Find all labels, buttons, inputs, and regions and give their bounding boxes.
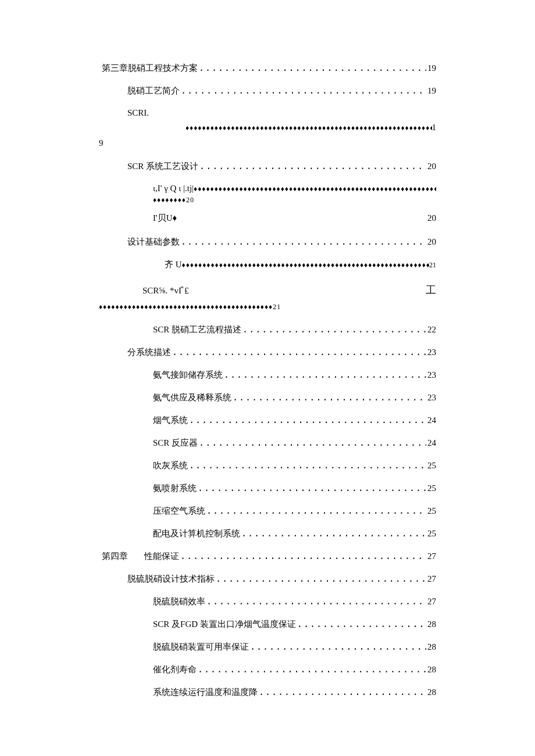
toc-entry-tech-index: 脱硫脱硝设计技术指标 .............................… (102, 574, 436, 585)
toc-leader: ........................................… (181, 85, 426, 96)
toc-page-fragment: 9 (99, 138, 436, 148)
toc-glyph: 工 (426, 283, 436, 297)
toc-page: 23 (427, 393, 436, 403)
toc-entry-nh3-supply: 氨气供应及稀释系统 ..............................… (102, 392, 436, 403)
diamond-leader: ♦♦♦♦♦♦♦♦♦♦♦♦♦♦♦♦♦♦♦♦♦♦♦♦♦♦♦♦♦♦♦♦♦♦♦♦♦♦♦♦… (186, 124, 432, 132)
toc-leader: ........................................… (180, 551, 426, 561)
toc-page: 20 (427, 213, 436, 223)
toc-entry-continuous-temp: 系统连续运行温度和温度降 ...........................… (102, 687, 436, 698)
toc-label: SCRI. (127, 108, 436, 118)
toc-leader: ........................................… (241, 528, 426, 539)
toc-label: SCR 系统工艺设计 (127, 161, 198, 172)
toc-page: 24 (427, 438, 436, 448)
toc-entry-catalyst-life: 催化剂寿命 ..................................… (102, 664, 436, 675)
toc-page: 21 (429, 261, 436, 270)
toc-leader: ........................................… (224, 370, 426, 380)
toc-entry-chapter4: 第四章性能保证 ................................… (102, 551, 436, 562)
toc-label: 氨气接卸储存系统 (153, 370, 223, 381)
toc-label: 脱硫脱硝效率 (153, 596, 205, 607)
toc-page: 25 (427, 506, 436, 516)
toc-page: 20 (427, 237, 436, 247)
toc-label: 分系统描述 (127, 347, 171, 358)
toc-leader: ........................................… (199, 161, 426, 171)
toc-page: 20 (427, 162, 436, 171)
toc-entry-nh3-storage: 氨气接卸储存系统 ...............................… (102, 370, 436, 381)
chapter-name: 性能保证 (144, 551, 179, 561)
toc-page: 25 (427, 461, 436, 471)
toc-entry-temp-guarantee: SCR 及FGD 装置出口净烟气温度保证 ...................… (102, 619, 436, 630)
toc-page: 28 (427, 642, 436, 652)
toc-label: 脱硫脱硝设计技术指标 (127, 574, 215, 585)
toc-page: 第三章脱硝工程技术方案 ............................… (102, 63, 436, 710)
toc-label: 配电及计算机控制系统 (153, 528, 240, 539)
toc-label: 第三章脱硝工程技术方案 (102, 63, 198, 74)
toc-label: 氨喷射系统 (153, 483, 197, 494)
toc-entry-efficiency: 脱硫脱硝效率 .................................… (102, 596, 436, 607)
toc-label: 吹灰系统 (153, 460, 188, 471)
toc-entry-intro: 脱硝工艺简介 .................................… (102, 85, 436, 96)
toc-leader: ........................................… (233, 392, 426, 403)
toc-page: 25 (427, 529, 436, 539)
toc-leader: ........................................… (189, 460, 426, 471)
toc-page: 28 (427, 665, 436, 675)
toc-label: SCR 反应器 (153, 438, 198, 449)
toc-page: 27 (427, 574, 436, 584)
toc-entry-chapter3: 第三章脱硝工程技术方案 ............................… (102, 63, 436, 74)
toc-page: 28 (427, 619, 436, 629)
toc-entry-garbled-3: 齐 U ♦♦♦♦♦♦♦♦♦♦♦♦♦♦♦♦♦♦♦♦♦♦♦♦♦♦♦♦♦♦♦♦♦♦♦♦… (165, 259, 436, 270)
toc-page: 28 (427, 687, 436, 697)
toc-page: 24 (427, 415, 436, 425)
diamond-leader: ♦♦♦♦♦♦♦♦♦♦♦♦♦♦♦♦♦♦♦♦♦♦♦♦♦♦♦♦♦♦♦♦♦♦♦♦♦♦♦♦… (182, 261, 429, 270)
toc-leader: ........................................… (198, 664, 426, 675)
toc-leader: ........................................… (172, 347, 426, 357)
toc-leader: ........................................… (259, 687, 426, 697)
toc-label: SCR 及FGD 装置出口净烟气温度保证 (153, 619, 296, 630)
toc-page: 27 (427, 551, 436, 561)
toc-leader: ........................................… (189, 415, 426, 425)
toc-entry-soot-blower: 吹灰系统 ...................................… (102, 460, 436, 471)
toc-page: 22 (427, 325, 436, 335)
toc-leader: ........................................… (250, 642, 426, 652)
toc-label: 脱硝工艺简介 (127, 85, 180, 96)
toc-entry-garbled-1: ι,I' γ Q ι |.tj| ♦♦♦♦♦♦♦♦♦♦♦♦♦♦♦♦♦♦♦♦♦♦♦… (153, 184, 436, 205)
toc-page: 25 (427, 483, 436, 493)
toc-leader: ........................................… (242, 324, 426, 335)
toc-page: 19 (427, 86, 436, 96)
toc-label: SCR⅝. *vI ̂₤ (142, 285, 189, 296)
toc-leader: ........................................… (206, 506, 426, 516)
toc-entry-compressed-air: 压缩空气系统 .................................… (102, 506, 436, 517)
toc-label: I'贝U♦ (153, 213, 177, 224)
toc-leader: ........................................… (199, 438, 426, 448)
toc-leader: ........................................… (216, 574, 426, 584)
toc-label: 脱硫脱硝装置可用率保证 (153, 642, 249, 653)
toc-entry-scr-reactor: SCR 反应器 ................................… (102, 438, 436, 449)
toc-page: 19 (427, 63, 436, 73)
toc-page: 27 (427, 597, 436, 607)
toc-label: SCR 脱硝工艺流程描述 (153, 324, 241, 335)
toc-entry-base-params: 设计基础参数 .................................… (102, 237, 436, 248)
diamond-leader-with-page: ♦♦♦♦♦♦♦♦♦♦♦♦♦♦♦♦♦♦♦♦♦♦♦♦♦♦♦♦♦♦♦♦♦♦♦♦♦♦♦♦… (99, 303, 436, 311)
chapter-number: 第四章 (102, 551, 128, 562)
toc-leader: ........................................… (297, 619, 426, 629)
toc-leader: ........................................… (199, 63, 426, 73)
toc-page-fragment: ♦♦♦♦♦♦♦♦20 (153, 196, 436, 205)
toc-page: 23 (427, 370, 436, 380)
toc-label: 氨气供应及稀释系统 (153, 392, 231, 403)
toc-label: 设计基础参数 (127, 237, 180, 248)
toc-label: 催化剂寿命 (153, 664, 197, 675)
diamond-leader: ♦♦♦♦♦♦♦♦♦♦♦♦♦♦♦♦♦♦♦♦♦♦♦♦♦♦♦♦♦♦♦♦♦♦♦♦♦♦♦♦… (194, 185, 436, 194)
toc-label: 烟气系统 (153, 415, 188, 426)
toc-entry-garbled-2: I'贝U♦ 20 (153, 213, 436, 224)
toc-leader: ........................................… (206, 596, 426, 607)
toc-entry-availability: 脱硫脱硝装置可用率保证 ............................… (102, 642, 436, 653)
toc-entry-scr-design: SCR 系统工艺设计 .............................… (102, 161, 436, 172)
toc-entry-flue-gas: 烟气系统 ...................................… (102, 415, 436, 426)
toc-page-fragment: 1 (432, 123, 437, 132)
toc-entry-scr-flow: SCR 脱硝工艺流程描述 ...........................… (102, 324, 436, 335)
toc-label: 压缩空气系统 (153, 506, 205, 517)
toc-label: ι,I' γ Q ι |.tj| (153, 184, 194, 194)
toc-entry-subsystems: 分系统描述 ..................................… (102, 347, 436, 358)
toc-page: 23 (427, 347, 436, 357)
toc-label: 系统连续运行温度和温度降 (153, 687, 258, 698)
toc-entry-garbled-4: SCR⅝. *vI ̂₤ 工 ♦♦♦♦♦♦♦♦♦♦♦♦♦♦♦♦♦♦♦♦♦♦♦♦♦… (102, 283, 436, 311)
